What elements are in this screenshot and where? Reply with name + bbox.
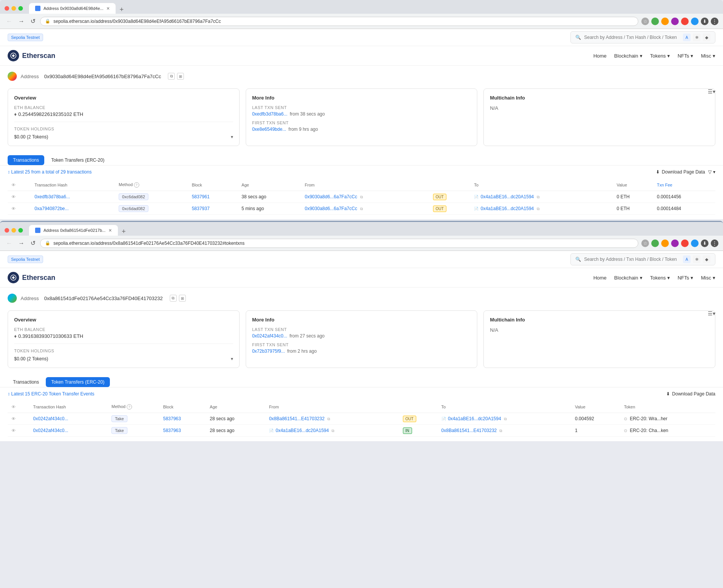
copy-to-icon-2[interactable]: ⧉: [537, 207, 539, 211]
tab-close-1[interactable]: ×: [106, 5, 109, 11]
layout-toggle-2[interactable]: ☰▾: [708, 310, 715, 316]
maximize-button-2[interactable]: [18, 228, 23, 233]
eye-icon-row2-1[interactable]: 👁: [11, 416, 16, 421]
menu-icon-2[interactable]: ⋮: [711, 239, 718, 247]
ext-icon-2-3[interactable]: [671, 239, 679, 247]
copy-to-icon-1[interactable]: ⧉: [537, 195, 539, 199]
layout-toggle-1[interactable]: ☰▾: [708, 88, 715, 95]
refresh-button-1[interactable]: ↺: [29, 16, 37, 26]
copy-from-icon2-2[interactable]: ⧉: [332, 429, 334, 433]
tab-close-2[interactable]: ×: [109, 227, 112, 233]
method-info-icon-2[interactable]: ?: [127, 404, 132, 410]
tab-1-active[interactable]: Address 0x9030a8d64E98d4e... ×: [29, 3, 116, 14]
from-addr2-2[interactable]: 0x4a1aBE16...dc20A1594: [275, 428, 328, 433]
address-bar-1[interactable]: 🔒: [40, 17, 638, 26]
copy-from-icon2-1[interactable]: ⧉: [327, 417, 330, 421]
close-button-2[interactable]: [5, 228, 9, 233]
block-link2-1[interactable]: 5837963: [163, 416, 181, 421]
download-button-1[interactable]: ⬇ Download Page Data: [656, 169, 705, 175]
tab-token-transfers-2[interactable]: Token Transfers (ERC-20): [46, 377, 109, 387]
ext-icon-3[interactable]: [671, 18, 679, 25]
last-txn-hash-2[interactable]: 0x0242af434c0...: [252, 333, 287, 339]
from-addr-1[interactable]: 0x9030a8d6...6a7Fa7cCc: [305, 194, 357, 199]
search-mode-icon-2-1[interactable]: A: [683, 255, 691, 263]
ext-icon-2-1[interactable]: [651, 239, 659, 247]
qr-icon-1[interactable]: ⊞: [177, 73, 184, 80]
copy-from-icon-2[interactable]: ⧉: [360, 207, 363, 211]
txn-hash-link-1[interactable]: 0xedfb3d78ba6...: [35, 194, 70, 199]
minimize-button-2[interactable]: [11, 228, 16, 233]
nav-nfts-2[interactable]: NFTs ▾: [678, 275, 693, 281]
block-link2-2[interactable]: 5837963: [163, 428, 181, 433]
to-addr-2[interactable]: 0x4a1aBE16...dc20A1594: [481, 206, 534, 211]
nav-blockchain-2[interactable]: Blockchain ▾: [614, 275, 642, 281]
search-mode-icon-3[interactable]: ◆: [703, 34, 710, 41]
nav-tokens-1[interactable]: Tokens ▾: [650, 53, 670, 59]
refresh-button-2[interactable]: ↺: [29, 238, 37, 248]
first-txn-hash-2[interactable]: 0x72b37975f9...: [252, 349, 285, 354]
search-input-2[interactable]: [584, 257, 680, 262]
filter-button-1[interactable]: ▽ ▾: [708, 169, 715, 175]
ext-icon-2-2[interactable]: [661, 239, 669, 247]
ext-icon-2[interactable]: [661, 18, 669, 25]
search-input-1[interactable]: [584, 35, 680, 40]
url-input-2[interactable]: [53, 241, 633, 246]
txn-hash-link2-1[interactable]: 0x0242af434c0...: [33, 416, 68, 421]
nav-nfts-1[interactable]: NFTs ▾: [678, 53, 693, 59]
search-mode-icon-1[interactable]: A: [683, 34, 691, 41]
download-button-2[interactable]: ⬇ Download Page Data: [666, 391, 715, 397]
nav-misc-2[interactable]: Misc ▾: [701, 275, 715, 281]
search-mode-icon-2[interactable]: ❄: [693, 34, 700, 41]
to-addr2-1[interactable]: 0x4a1aBE16...dc20A1594: [448, 416, 501, 421]
nav-home-1[interactable]: Home: [593, 53, 607, 59]
back-button-1[interactable]: ←: [5, 16, 14, 26]
nav-blockchain-1[interactable]: Blockchain ▾: [614, 53, 642, 59]
ext-icon-2-4[interactable]: [681, 239, 689, 247]
search-mode-icon-2-2[interactable]: ❄: [693, 255, 700, 263]
table-total-1[interactable]: 29: [61, 169, 66, 175]
eye-icon-row-2[interactable]: 👁: [11, 206, 16, 211]
token-dropdown-icon-2[interactable]: ▾: [231, 356, 233, 361]
ext-icon-2-5[interactable]: [691, 239, 699, 247]
forward-button-2[interactable]: →: [17, 238, 26, 248]
minimize-button-1[interactable]: [11, 6, 16, 11]
download-icon-browser-1[interactable]: ⬇: [701, 18, 709, 25]
to-addr2-2[interactable]: 0x8Ba861541...E41703232: [441, 428, 497, 433]
nav-tokens-2[interactable]: Tokens ▾: [650, 275, 670, 281]
copy-from-icon-1[interactable]: ⧉: [360, 195, 363, 199]
forward-button-1[interactable]: →: [17, 16, 26, 26]
star-icon-2[interactable]: ☆: [641, 239, 649, 247]
ext-icon-1[interactable]: [651, 18, 659, 25]
new-tab-button-1[interactable]: +: [116, 6, 127, 14]
close-button-1[interactable]: [5, 6, 9, 11]
url-input-1[interactable]: [53, 19, 633, 24]
tab-2-active[interactable]: Address 0x8a861541dFe0217b... ×: [29, 225, 118, 236]
star-icon-1[interactable]: ☆: [641, 18, 649, 25]
ext-icon-5[interactable]: [691, 18, 699, 25]
tab-transactions-2[interactable]: Transactions: [8, 377, 44, 387]
maximize-button-1[interactable]: [18, 6, 23, 11]
txn-hash-link2-2[interactable]: 0x0242af434c0...: [33, 428, 68, 433]
to-addr-1[interactable]: 0x4a1aBE16...dc20A1594: [481, 194, 534, 199]
search-bar-2[interactable]: 🔍 A ❄ ◆: [570, 253, 715, 265]
last-txn-hash-1[interactable]: 0xedfb3d78ba6...: [252, 111, 288, 117]
token-dropdown-icon-1[interactable]: ▾: [231, 134, 233, 140]
copy-to-icon2-1[interactable]: ⧉: [504, 417, 507, 421]
from-addr2-1[interactable]: 0x8Ba861541...E41703232: [269, 416, 324, 421]
from-addr-2[interactable]: 0x9030a8d6...6a7Fa7cCc: [305, 206, 357, 211]
qr-icon-2[interactable]: ⊞: [179, 295, 186, 302]
search-bar-1[interactable]: 🔍 A ❄ ◆: [570, 31, 715, 43]
eye-icon-row2-2[interactable]: 👁: [11, 428, 16, 433]
block-link-2[interactable]: 5837937: [192, 206, 210, 211]
nav-misc-1[interactable]: Misc ▾: [701, 53, 715, 59]
menu-icon-1[interactable]: ⋮: [711, 18, 718, 25]
copy-address-icon-2[interactable]: ⧉: [170, 295, 177, 302]
ext-icon-4[interactable]: [681, 18, 689, 25]
tab-token-transfers-1[interactable]: Token Transfers (ERC-20): [46, 155, 109, 165]
first-txn-hash-1[interactable]: 0xe8e6549bde...: [252, 127, 286, 132]
nav-home-2[interactable]: Home: [593, 275, 607, 281]
tab-transactions-1[interactable]: Transactions: [8, 155, 44, 165]
new-tab-button-2[interactable]: +: [119, 228, 129, 236]
copy-to-icon2-2[interactable]: ⧉: [499, 429, 502, 433]
block-link-1[interactable]: 5837961: [192, 194, 210, 199]
